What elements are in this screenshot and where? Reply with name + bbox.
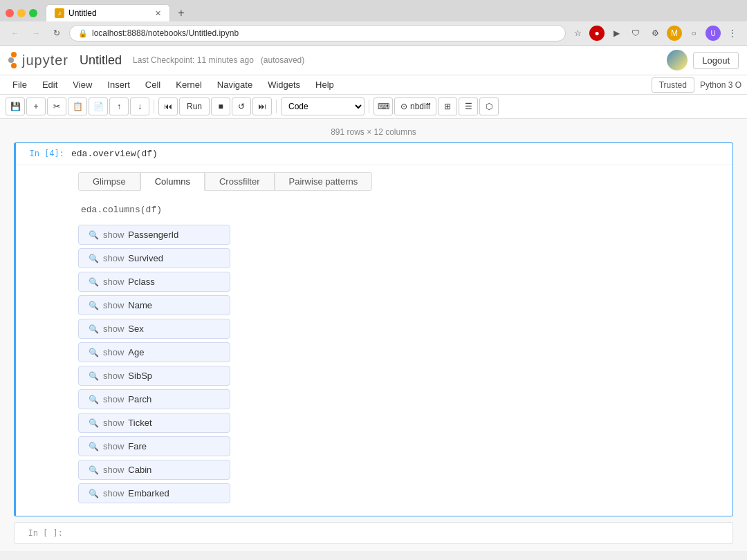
search-icon-sibsp: 🔍 (89, 371, 99, 381)
jupyter-logo: jupyter (8, 52, 68, 68)
browser-tab[interactable]: J Untitled ✕ (46, 4, 170, 21)
maximize-window-btn[interactable] (29, 9, 37, 17)
show-label-parch: show (103, 394, 124, 404)
move-up-button[interactable]: ↑ (109, 97, 129, 115)
nbdiff-button[interactable]: ⊙ nbdiff (394, 97, 436, 115)
extension-icon-5[interactable]: ○ (686, 26, 701, 41)
cell-2-code[interactable] (70, 523, 732, 541)
tab-crossfilter[interactable]: Crossfilter (205, 172, 275, 191)
save-button[interactable]: 💾 (6, 97, 25, 115)
column-btn-embarked[interactable]: 🔍 show Embarked (78, 483, 230, 503)
column-btn-sibsp[interactable]: 🔍 show SibSp (78, 366, 230, 386)
add-cell-button[interactable]: + (26, 97, 46, 115)
logout-button[interactable]: Logout (693, 52, 739, 69)
col-name-sibsp: SibSp (128, 371, 152, 381)
menu-navigate[interactable]: Navigate (210, 77, 259, 93)
menu-cell[interactable]: Cell (138, 77, 167, 93)
extension-icon-4[interactable]: M (667, 26, 682, 41)
col-name-name: Name (128, 300, 152, 310)
menu-right: Trusted Python 3 O (652, 77, 741, 93)
separator-1 (154, 100, 154, 113)
menu-widgets[interactable]: Widgets (261, 77, 307, 93)
jupyter-circle-2 (8, 57, 14, 63)
menu-edit[interactable]: Edit (35, 77, 64, 93)
menu-help[interactable]: Help (308, 77, 341, 93)
user-avatar[interactable]: U (706, 26, 721, 41)
extension-icon-red[interactable]: ● (589, 26, 605, 41)
restart-run-button[interactable]: ⏭ (252, 97, 272, 115)
menu-dots-icon[interactable]: ⋮ (725, 26, 740, 41)
cell-2: In [ ]: (14, 522, 733, 544)
jupyter-logo-img (8, 52, 17, 68)
column-btn-pclass[interactable]: 🔍 show Pclass (78, 272, 230, 292)
paste-button[interactable]: 📄 (89, 97, 108, 115)
cell-2-input: In [ ]: (15, 523, 732, 543)
menu-view[interactable]: View (66, 77, 99, 93)
copy-button[interactable]: 📋 (68, 97, 87, 115)
jupyter-right: Logout (667, 50, 739, 71)
tab-pairwise-patterns[interactable]: Pairwise patterns (275, 172, 373, 191)
column-btn-survived[interactable]: 🔍 show Survived (78, 248, 230, 268)
tab-glimpse[interactable]: Glimpse (78, 172, 140, 191)
column-btn-ticket[interactable]: 🔍 show Ticket (78, 413, 230, 433)
column-btn-passengerid[interactable]: 🔍 show PassengerId (78, 225, 230, 245)
search-icon-ticket: 🔍 (89, 418, 99, 428)
star-icon[interactable]: ☆ (570, 26, 585, 41)
back-button[interactable]: ← (7, 25, 24, 41)
url-bar[interactable]: 🔒 localhost:8888/notebooks/Untitled.ipyn… (69, 25, 566, 41)
column-btn-name[interactable]: 🔍 show Name (78, 295, 230, 315)
menu-insert[interactable]: Insert (100, 77, 137, 93)
search-icon-parch: 🔍 (89, 395, 99, 404)
close-window-btn[interactable] (6, 9, 14, 17)
column-btn-cabin[interactable]: 🔍 show Cabin (78, 460, 230, 480)
notebook-title[interactable]: Untitled (80, 53, 122, 68)
tab-columns[interactable]: Columns (140, 172, 205, 191)
menu-bar: File Edit View Insert Cell Kernel Naviga… (0, 75, 747, 95)
cut-button[interactable]: ✂ (47, 97, 66, 115)
share-button[interactable]: ⬡ (479, 97, 499, 115)
run-button[interactable]: Run (179, 97, 210, 115)
extension-icon-2[interactable]: 🛡 (628, 26, 643, 41)
jupyter-word: jupyter (22, 53, 68, 68)
column-btn-age[interactable]: 🔍 show Age (78, 342, 230, 362)
tab-title: Untitled (68, 8, 151, 18)
search-icon-name: 🔍 (89, 301, 99, 310)
menu-file[interactable]: File (6, 77, 34, 93)
show-label-name: show (103, 300, 124, 310)
skip-to-start-button[interactable]: ⏮ (158, 97, 178, 115)
extension-icon-3[interactable]: ⚙ (647, 26, 663, 41)
restart-button[interactable]: ↺ (232, 97, 251, 115)
list-button[interactable]: ☰ (459, 97, 478, 115)
show-label-sibsp: show (103, 371, 124, 381)
column-btn-sex[interactable]: 🔍 show Sex (78, 319, 230, 339)
column-btn-fare[interactable]: 🔍 show Fare (78, 436, 230, 456)
new-tab-button[interactable]: + (173, 5, 190, 21)
interrupt-button[interactable]: ■ (211, 97, 230, 115)
cell-1-prompt: In [4]: (16, 143, 71, 164)
show-label-fare: show (103, 441, 124, 451)
jupyter-circle-3 (11, 63, 17, 68)
column-btn-parch[interactable]: 🔍 show Parch (78, 389, 230, 409)
minimize-window-btn[interactable] (17, 9, 26, 17)
menu-kernel[interactable]: Kernel (169, 77, 209, 93)
url-text: localhost:8888/notebooks/Untitled.ipynb (92, 28, 239, 38)
cell-1-output: Glimpse Columns Crossfilter Pairwise pat… (16, 165, 732, 516)
tab-close-btn[interactable]: ✕ (155, 9, 161, 18)
move-down-button[interactable]: ↓ (130, 97, 149, 115)
col-name-pclass: Pclass (128, 277, 154, 287)
extension-icon-1[interactable]: ▶ (609, 26, 624, 41)
col-name-survived: Survived (128, 253, 163, 263)
jupyter-circle-1 (11, 52, 17, 57)
cell-type-select[interactable]: CodeMarkdownRaw NBConvert (281, 97, 365, 115)
refresh-button[interactable]: ↻ (48, 25, 65, 41)
cell-1-code[interactable]: eda.overview(df) (71, 143, 732, 165)
separator-2 (276, 100, 277, 113)
search-icon-sex: 🔍 (89, 324, 99, 334)
grid-button[interactable]: ⊞ (438, 97, 457, 115)
keyboard-button[interactable]: ⌨ (374, 97, 393, 115)
search-icon-pclass: 🔍 (89, 277, 99, 287)
forward-button[interactable]: → (28, 25, 44, 41)
cell-2-prompt: In [ ]: (15, 523, 70, 543)
browser-icons: ☆ ● ▶ 🛡 ⚙ M ○ U ⋮ (570, 26, 740, 41)
cell-1-input: In [4]: eda.overview(df) (16, 143, 732, 165)
